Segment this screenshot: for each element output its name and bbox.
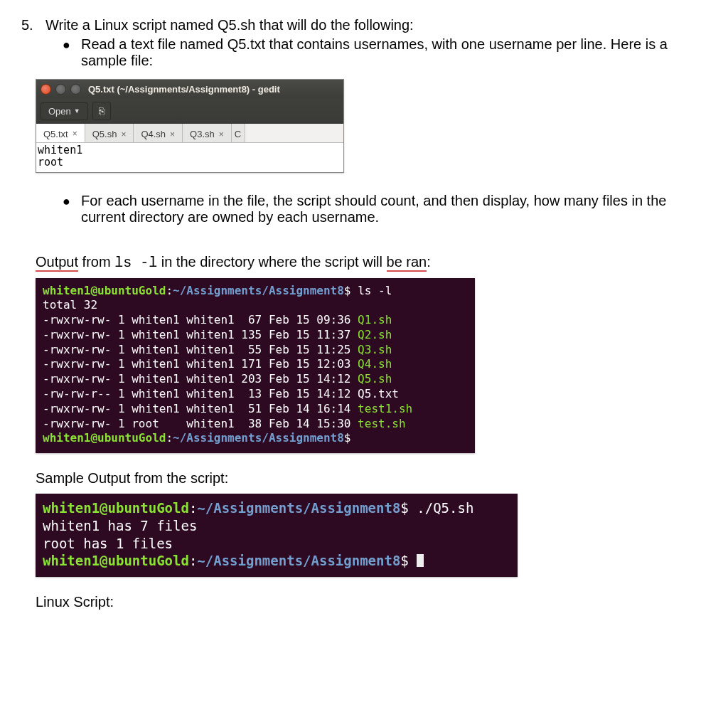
- tab-label: Q5.txt: [43, 129, 68, 139]
- tab-label: Q4.sh: [141, 129, 166, 139]
- tab-partial[interactable]: C: [232, 124, 245, 142]
- sample-output-label: Sample Output from the script:: [36, 470, 707, 487]
- bullet-dot-icon: ●: [63, 38, 81, 53]
- gedit-editor[interactable]: whiten1root: [36, 143, 343, 172]
- bullet-1: ● Read a text file named Q5.txt that con…: [63, 36, 707, 69]
- gedit-toolbar: Open ▼ ⎘: [36, 98, 343, 124]
- output-command: ls -l: [114, 255, 157, 271]
- question-number: 5.: [21, 17, 46, 33]
- tab-q3-sh[interactable]: Q3.sh×: [183, 124, 232, 142]
- gedit-titlebar: Q5.txt (~/Assignments/Assignment8) - ged…: [36, 80, 343, 98]
- bullet-2: ● For each username in the file, the scr…: [63, 193, 707, 225]
- bullet-dot-icon: ●: [63, 194, 81, 209]
- close-icon[interactable]: ×: [219, 129, 224, 139]
- close-icon[interactable]: [41, 84, 51, 95]
- gedit-window: Q5.txt (~/Assignments/Assignment8) - ged…: [36, 79, 344, 173]
- output-label-line: Output from ls -l in the directory where…: [36, 254, 707, 271]
- maximize-icon[interactable]: [70, 84, 81, 95]
- question-heading: 5. Write a Linux script named Q5.sh that…: [21, 17, 707, 33]
- output-label: in the directory where the script will: [157, 254, 386, 270]
- question-text: Write a Linux script named Q5.sh that wi…: [46, 17, 414, 33]
- tab-label: Q3.sh: [190, 129, 215, 139]
- chevron-down-icon: ▼: [74, 107, 80, 115]
- open-button[interactable]: Open ▼: [41, 102, 88, 120]
- linux-script-label: Linux Script:: [36, 594, 707, 610]
- tab-label: Q5.sh: [92, 129, 117, 139]
- bullet-1-text: Read a text file named Q5.txt that conta…: [81, 36, 707, 69]
- gedit-tab-strip: Q5.txt× Q5.sh× Q4.sh× Q3.sh× C: [36, 124, 343, 143]
- close-icon[interactable]: ×: [73, 129, 77, 139]
- close-icon[interactable]: ×: [121, 129, 126, 139]
- output-label: from: [78, 254, 114, 270]
- tab-q4-sh[interactable]: Q4.sh×: [134, 124, 183, 142]
- output-label-underlined: be ran: [387, 254, 427, 272]
- close-icon[interactable]: ×: [170, 129, 175, 139]
- tab-q5-txt[interactable]: Q5.txt×: [36, 124, 85, 142]
- open-button-label: Open: [48, 106, 71, 117]
- window-controls: [41, 84, 81, 95]
- file-line: root: [38, 156, 342, 169]
- gedit-title: Q5.txt (~/Assignments/Assignment8) - ged…: [88, 84, 280, 95]
- output-label-underlined: Output: [36, 254, 78, 272]
- new-document-icon: ⎘: [99, 105, 105, 117]
- bullet-2-text: For each username in the file, the scrip…: [81, 193, 707, 225]
- terminal-ls-output: whiten1@ubuntuGold:~/Assignments/Assignm…: [36, 278, 475, 454]
- tab-q5-sh[interactable]: Q5.sh×: [85, 124, 134, 142]
- minimize-icon[interactable]: [55, 84, 66, 95]
- output-label: :: [427, 254, 431, 270]
- terminal-script-output: whiten1@ubuntuGold:~/Assignments/Assignm…: [36, 494, 518, 577]
- new-document-button[interactable]: ⎘: [92, 102, 111, 120]
- file-line: whiten1: [38, 144, 342, 156]
